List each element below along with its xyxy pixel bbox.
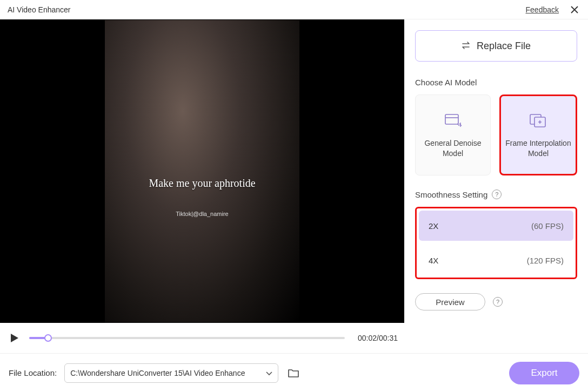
replace-file-button[interactable]: Replace File bbox=[415, 30, 577, 62]
model-general-denoise[interactable]: General Denoise Model bbox=[415, 94, 491, 175]
progress-slider[interactable] bbox=[29, 337, 345, 339]
model-label: General Denoise Model bbox=[420, 138, 486, 159]
smoothness-label: Smoothness Setting bbox=[415, 190, 487, 199]
preview-button[interactable]: Preview bbox=[415, 293, 485, 310]
video-caption-main: Make me your aphrotide bbox=[149, 177, 255, 190]
close-icon[interactable] bbox=[569, 4, 580, 16]
file-location-label: File Location: bbox=[9, 368, 57, 377]
progress-thumb[interactable] bbox=[44, 334, 52, 342]
video-panel: Make me your aphrotide Tiktok|@dla_namir… bbox=[0, 19, 404, 353]
smoothness-fps: (120 FPS) bbox=[527, 256, 564, 265]
preview-label: Preview bbox=[436, 298, 464, 307]
file-location-select[interactable]: C:\Wondershare UniConverter 15\AI Video … bbox=[64, 363, 278, 383]
smoothness-fps: (60 FPS) bbox=[531, 221, 564, 231]
app-title: AI Video Enhancer bbox=[8, 5, 71, 14]
swap-icon bbox=[462, 40, 471, 52]
export-label: Export bbox=[531, 368, 557, 379]
preview-row: Preview ? bbox=[415, 293, 577, 310]
play-icon[interactable] bbox=[6, 330, 22, 346]
video-preview[interactable]: Make me your aphrotide Tiktok|@dla_namir… bbox=[0, 19, 404, 323]
main-area: Make me your aphrotide Tiktok|@dla_namir… bbox=[0, 19, 588, 353]
smoothness-2x[interactable]: 2X (60 FPS) bbox=[419, 211, 573, 241]
model-frame-interpolation[interactable]: Frame Interpolation Model bbox=[499, 94, 577, 175]
model-options: General Denoise Model Frame Interpolatio… bbox=[415, 94, 577, 175]
video-caption-watermark: Tiktok|@dla_namire bbox=[176, 211, 228, 217]
playback-controls: 00:02/00:31 bbox=[0, 323, 404, 353]
time-display: 00:02/00:31 bbox=[358, 334, 398, 342]
denoise-icon bbox=[443, 111, 463, 131]
choose-model-heading: Choose AI Model bbox=[415, 78, 577, 87]
smoothness-mult: 2X bbox=[429, 221, 438, 231]
settings-sidebar: Replace File Choose AI Model General Den… bbox=[404, 19, 588, 353]
replace-file-label: Replace File bbox=[477, 40, 531, 52]
file-location-value: C:\Wondershare UniConverter 15\AI Video … bbox=[70, 369, 262, 377]
chevron-down-icon bbox=[266, 369, 272, 377]
feedback-link[interactable]: Feedback bbox=[526, 5, 559, 14]
svg-rect-0 bbox=[445, 114, 458, 124]
help-icon[interactable]: ? bbox=[492, 190, 502, 199]
smoothness-4x[interactable]: 4X (120 FPS) bbox=[419, 245, 573, 275]
smoothness-heading: Smoothness Setting ? bbox=[415, 190, 577, 199]
footer: File Location: C:\Wondershare UniConvert… bbox=[0, 353, 588, 392]
open-folder-icon[interactable] bbox=[286, 366, 301, 381]
model-label: Frame Interpolation Model bbox=[505, 138, 571, 159]
smoothness-options: 2X (60 FPS) 4X (120 FPS) bbox=[415, 207, 577, 279]
video-frame: Make me your aphrotide Tiktok|@dla_namir… bbox=[105, 20, 299, 322]
help-icon[interactable]: ? bbox=[493, 297, 503, 307]
smoothness-mult: 4X bbox=[429, 256, 438, 265]
titlebar: AI Video Enhancer Feedback bbox=[0, 0, 588, 19]
export-button[interactable]: Export bbox=[509, 362, 579, 384]
interpolation-icon bbox=[529, 111, 548, 131]
